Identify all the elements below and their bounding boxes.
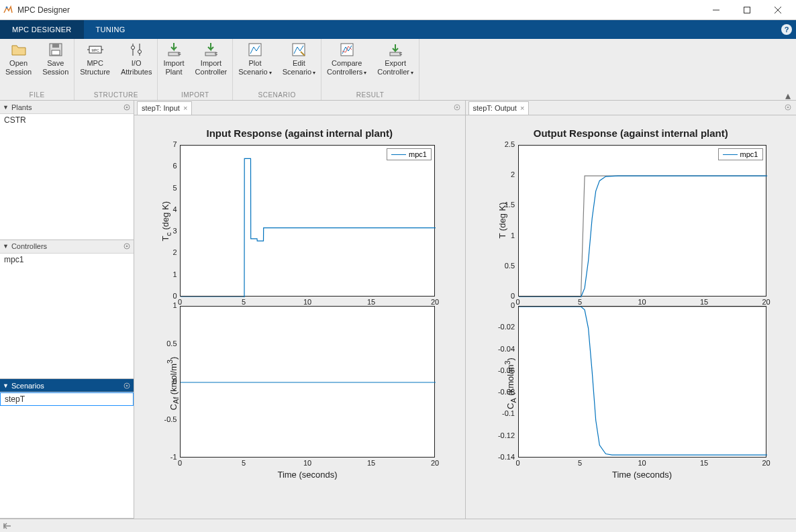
edit-plot-icon — [291, 42, 307, 58]
ytick: 0 — [511, 301, 515, 309]
close-button[interactable] — [762, 0, 793, 20]
close-icon[interactable]: × — [183, 104, 187, 112]
ytick: 6 — [172, 162, 177, 170]
document-input: stepT: Input × Input Response (against i… — [134, 101, 466, 519]
xtick: 15 — [364, 459, 378, 467]
ylabel: T (deg K) — [497, 203, 507, 239]
ytick: -0.5 — [164, 415, 177, 423]
ylabel: CAf (kmol/m3) — [166, 357, 180, 411]
svg-text:MPC: MPC — [91, 48, 99, 52]
export-controller-button[interactable]: C ExportController▾ — [372, 39, 419, 91]
xtick: 10 — [636, 459, 649, 467]
gear-icon[interactable] — [453, 102, 461, 114]
plot-title: Output Response (against internal plant) — [466, 127, 797, 139]
edit-scenario-button[interactable]: EditScenario▾ — [277, 39, 321, 91]
toolstrip: OpenSession SaveSession FILE MPC MPCStru… — [0, 39, 796, 101]
gear-icon[interactable] — [123, 242, 131, 250]
help-button[interactable]: ? — [777, 20, 796, 39]
legend[interactable]: mpc1 — [387, 148, 432, 160]
statusbar — [0, 519, 796, 532]
import-controller-icon: C — [203, 42, 219, 58]
xtick: 10 — [301, 459, 314, 467]
open-session-button[interactable]: OpenSession — [0, 39, 37, 91]
xtick: 10 — [636, 298, 649, 306]
compare-icon — [339, 42, 355, 58]
gear-icon[interactable] — [784, 102, 792, 114]
floppy-save-icon — [48, 42, 64, 58]
svg-point-30 — [126, 246, 128, 248]
list-item[interactable]: stepT — [0, 392, 134, 406]
xtick: 20 — [760, 459, 773, 467]
axes[interactable]: mpc1 — [518, 145, 766, 297]
ytick: -0.02 — [498, 323, 515, 331]
xtick: 5 — [573, 459, 587, 467]
ytick: 1 — [511, 231, 515, 240]
close-icon[interactable]: × — [520, 104, 524, 112]
svg-rect-22 — [249, 44, 261, 56]
doc-tab-input[interactable]: stepT: Input × — [137, 101, 192, 115]
mpc-structure-button[interactable]: MPC MPCStructure — [74, 39, 115, 91]
group-label-scenario: SCENARIO — [233, 91, 321, 100]
panel-header-plants[interactable]: ▼ Plants — [0, 101, 134, 114]
plots-area: stepT: Input × Input Response (against i… — [134, 101, 796, 519]
ytick: 7 — [172, 140, 177, 148]
xtick: 15 — [364, 298, 378, 306]
xtick: 10 — [301, 298, 314, 306]
import-controller-button[interactable]: C ImportController — [190, 39, 233, 91]
group-label-import: IMPORT — [158, 91, 232, 100]
caret-down-icon: ▼ — [3, 104, 9, 111]
panel-header-controllers[interactable]: ▼ Controllers — [0, 240, 134, 254]
svg-point-17 — [138, 50, 142, 54]
svg-rect-9 — [52, 50, 60, 55]
plot-icon — [247, 42, 263, 58]
ytick: 2 — [511, 170, 515, 178]
axes[interactable] — [518, 306, 766, 458]
doc-tab-output[interactable]: stepT: Output × — [468, 101, 530, 115]
tab-mpc-designer[interactable]: MPC DESIGNER — [0, 20, 84, 39]
plot-scenario-button[interactable]: PlotScenario▾ — [233, 39, 277, 91]
xtick: 20 — [428, 298, 442, 306]
window-title: MPC Designer — [17, 5, 701, 15]
main-tabstrip: MPC DESIGNER TUNING ? — [0, 20, 796, 39]
legend[interactable]: mpc1 — [718, 148, 763, 160]
panel-controllers: ▼ Controllers mpc1 — [0, 240, 134, 380]
svg-point-34 — [456, 106, 458, 108]
minimize-button[interactable] — [701, 0, 732, 20]
ylabel: Tc (deg K) — [160, 201, 172, 242]
ytick: 3 — [172, 227, 177, 235]
gear-icon[interactable] — [123, 382, 131, 390]
compare-controllers-button[interactable]: CompareControllers▾ — [321, 39, 372, 91]
axes[interactable]: mpc1 — [180, 145, 435, 297]
axes[interactable] — [180, 306, 435, 458]
svg-text:C: C — [215, 52, 218, 56]
ytick: 1 — [172, 270, 177, 278]
xtick: 0 — [511, 459, 525, 467]
panel-header-scenarios[interactable]: ▼ Scenarios — [0, 379, 134, 392]
maximize-button[interactable] — [732, 0, 762, 20]
svg-text:G: G — [178, 52, 181, 56]
ytick: 2 — [172, 248, 177, 256]
io-sliders-icon — [128, 42, 144, 58]
minimize-toolstrip-button[interactable]: ▴ — [783, 92, 793, 99]
group-label-structure: STRUCTURE — [74, 91, 157, 100]
gear-icon[interactable] — [123, 103, 131, 111]
xtick: 20 — [428, 459, 442, 467]
save-session-button[interactable]: SaveSession — [37, 39, 74, 91]
list-item[interactable]: CSTR — [0, 114, 134, 126]
io-attributes-button[interactable]: I/OAttributes — [115, 39, 157, 91]
xtick: 20 — [760, 298, 773, 306]
panel-scenarios: ▼ Scenarios stepT — [0, 379, 134, 519]
svg-text:C: C — [399, 52, 403, 56]
xtick: 15 — [697, 459, 711, 467]
xtick: 5 — [237, 459, 250, 467]
ytick: -0.1 — [502, 409, 515, 417]
tab-tuning[interactable]: TUNING — [84, 20, 138, 39]
import-plant-button[interactable]: G ImportPlant — [158, 39, 189, 91]
mpc-block-icon: MPC — [87, 42, 103, 58]
svg-point-28 — [126, 106, 128, 108]
nav-back-icon[interactable] — [3, 521, 12, 531]
list-item[interactable]: mpc1 — [0, 254, 134, 266]
chevron-down-icon: ▾ — [313, 70, 315, 76]
ytick: 0.5 — [166, 339, 177, 348]
ytick: 1 — [172, 301, 177, 309]
